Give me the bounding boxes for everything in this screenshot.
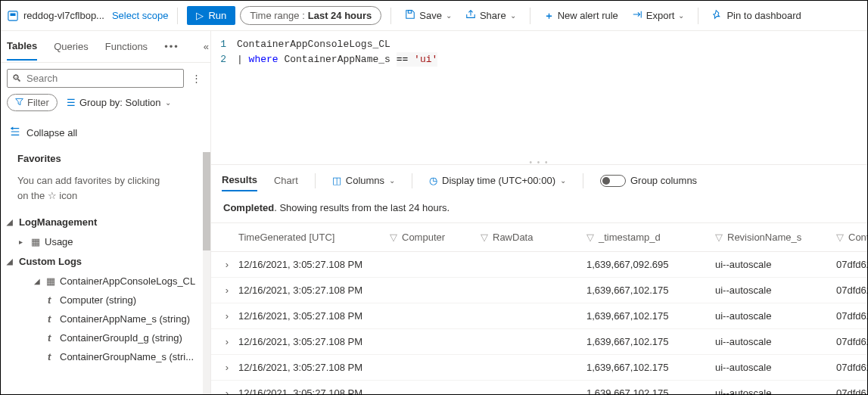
cell-containergroup: 07dfd62c-f17 [836,387,867,394]
cell-time: 12/16/2021, 3:05:27.108 PM [238,310,390,322]
query-editor[interactable]: 1ContainerAppConsoleLogs_CL 2| where Con… [211,31,867,160]
pin-to-dashboard-button[interactable]: Pin to dashboard [708,6,805,25]
clock-icon: ◷ [429,175,437,186]
line-number: 1 [219,37,237,52]
row-expander[interactable]: › [216,285,238,296]
field-computer[interactable]: tComputer (string) [1,291,210,309]
col-timestamp[interactable]: ▽_timestamp_d [586,232,715,243]
tab-queries[interactable]: Queries [54,33,89,60]
row-expander[interactable]: › [216,362,238,373]
sidebar-scrollbar-thumb[interactable] [203,152,210,250]
col-containergroup[interactable]: ▽ContainerGro [836,232,867,243]
workspace-icon [7,10,19,22]
col-timegenerated[interactable]: TimeGenerated [UTC] [238,232,390,243]
filter-icon[interactable]: ▽ [715,232,723,243]
main-area: Tables Queries Functions ••• « 🔍︎ ⋮ Filt… [1,31,867,394]
cell-containergroup: 07dfd62c-f17 [836,310,867,322]
tab-chart[interactable]: Chart [274,170,298,191]
row-expander[interactable]: › [216,259,238,270]
export-button[interactable]: Export ⌄ [627,6,689,25]
display-time-picker[interactable]: ◷ Display time (UTC+00:00) ⌄ [429,175,566,186]
filter-icon[interactable]: ▽ [481,232,488,243]
sidebar-search-row: 🔍︎ ⋮ [1,63,210,94]
group-by-label: Group by: Solution [79,97,161,108]
save-label: Save [419,10,442,21]
cell-time: 12/16/2021, 3:05:27.108 PM [238,259,390,270]
group-by-dropdown[interactable]: ☰ Group by: Solution ⌄ [67,97,171,108]
field-appname[interactable]: tContainerAppName_s (string) [1,309,210,328]
tab-results[interactable]: Results [222,170,257,191]
chevron-down-icon: ⌄ [678,11,684,20]
content-area: 1ContainerAppConsoleLogs_CL 2| where Con… [211,31,867,394]
select-scope-link[interactable]: Select scope [112,10,168,21]
table-row[interactable]: ›12/16/2021, 3:05:27.108 PM1,639,667,092… [211,252,867,278]
cell-time: 12/16/2021, 3:05:27.108 PM [238,387,390,394]
search-field[interactable] [26,73,179,84]
filter-icon [15,97,23,108]
caret-down-icon: ◢ [34,277,42,285]
table-row[interactable]: ›12/16/2021, 3:05:27.108 PM1,639,667,102… [211,329,867,355]
share-button[interactable]: Share ⌄ [461,6,521,25]
table-row[interactable]: ›12/16/2021, 3:05:27.108 PM1,639,667,102… [211,278,867,303]
toggle-switch[interactable] [600,175,626,187]
header-label: Computer [402,232,445,243]
collapse-all-button[interactable]: Collapse all [1,119,210,147]
group-customlogs[interactable]: ◢ Custom Logs [1,251,210,272]
caret-down-icon: ◢ [7,218,14,226]
time-range-picker[interactable]: Time range : Last 24 hours [240,6,381,25]
table-row[interactable]: ›12/16/2021, 3:05:27.108 PM1,639,667,102… [211,355,867,381]
cell-timestamp: 1,639,667,102.175 [586,285,715,296]
row-expander[interactable]: › [216,310,238,322]
separator [315,173,316,188]
sidebar-search-more[interactable]: ⋮ [188,73,204,84]
export-label: Export [646,10,675,21]
save-button[interactable]: Save ⌄ [400,6,456,25]
filter-icon[interactable]: ▽ [586,232,594,243]
new-alert-rule-button[interactable]: ＋ New alert rule [540,6,623,26]
col-revisionname[interactable]: ▽RevisionName_s [715,232,836,243]
chevron-down-icon: ⌄ [389,176,395,185]
filter-icon[interactable]: ▽ [836,232,844,243]
field-groupname[interactable]: tContainerGroupName_s (stri... [1,347,210,366]
group-logmanagement[interactable]: ◢ LogManagement [1,212,210,232]
tree-item-cacl[interactable]: ◢ ▦ ContainerAppConsoleLogs_CL [1,272,210,291]
table-row[interactable]: ›12/16/2021, 3:05:27.108 PM1,639,667,102… [211,381,867,394]
cell-revision: ui--autoscale [715,387,836,394]
tab-tables[interactable]: Tables [7,33,37,61]
code-op: == [397,52,409,67]
sidebar-collapse-button[interactable]: « [204,41,209,52]
group-columns-label: Group columns [630,175,697,186]
group-columns-toggle[interactable]: Group columns [600,175,697,187]
separator [390,8,391,24]
tab-functions[interactable]: Functions [105,33,148,60]
sidebar-more-button[interactable]: ••• [164,41,179,52]
col-computer[interactable]: ▽Computer [390,232,481,243]
cell-containergroup: 07dfd62c-f17 [836,336,867,347]
favorites-note-b: on the ☆ icon [17,190,77,201]
search-input[interactable]: 🔍︎ [7,69,184,88]
row-expander[interactable]: › [216,336,238,347]
table-row[interactable]: ›12/16/2021, 3:05:27.108 PM1,639,667,102… [211,303,867,329]
editor-line-1: 1ContainerAppConsoleLogs_CL [219,37,860,52]
field-groupid[interactable]: tContainerGroupId_g (string) [1,328,210,347]
status-line: Completed. Showing results from the last… [211,196,867,223]
filter-button[interactable]: Filter [7,94,58,111]
filter-label: Filter [27,97,49,108]
header-label: ContainerGro [848,232,867,243]
favorites-header: Favorites [1,147,210,170]
type-icon: t [48,351,55,362]
run-button[interactable]: ▷ Run [187,6,235,25]
field-label: ContainerGroupId_g (string) [60,332,182,344]
table-icon: ▦ [46,275,55,287]
type-icon: t [48,332,55,344]
row-expander[interactable]: › [216,387,238,394]
filter-icon[interactable]: ▽ [390,232,397,243]
chevron-down-icon: ⌄ [165,98,171,107]
grid-body: ›12/16/2021, 3:05:27.108 PM1,639,667,092… [211,252,867,394]
col-rawdata[interactable]: ▽RawData [481,232,586,243]
chevron-down-icon: ⌄ [446,11,452,20]
tree-item-usage[interactable]: ▸ ▦ Usage [1,232,210,251]
group-label: Custom Logs [19,256,82,267]
columns-picker[interactable]: ◫ Columns ⌄ [332,175,395,186]
code-keyword: where [249,52,278,67]
